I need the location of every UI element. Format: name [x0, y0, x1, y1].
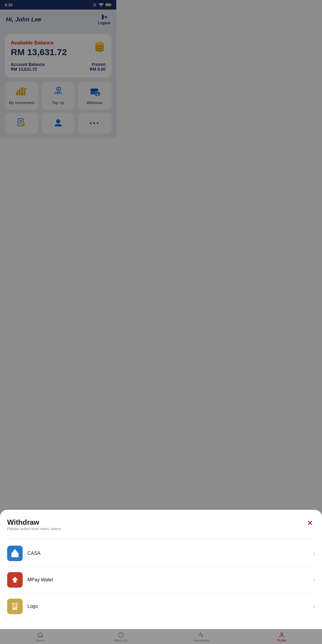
modal-overlay[interactable] — [0, 0, 116, 233]
